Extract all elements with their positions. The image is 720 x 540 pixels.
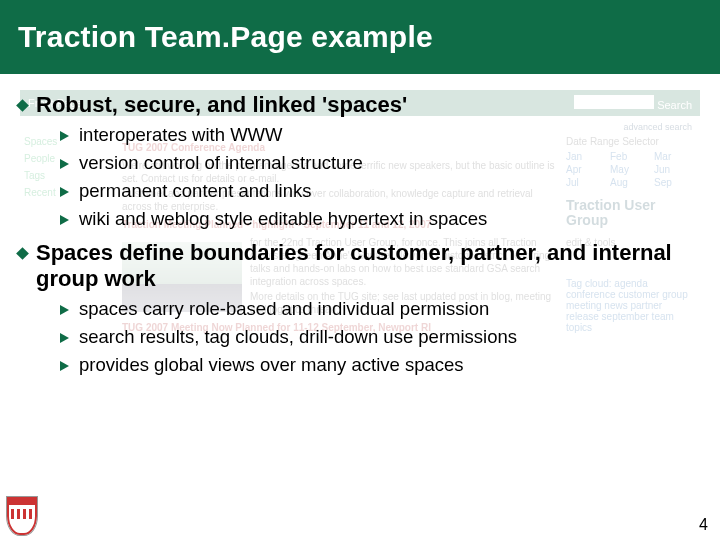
triangle-bullet-icon <box>60 215 69 225</box>
list-item: provides global views over many active s… <box>60 354 702 376</box>
triangle-bullet-icon <box>60 159 69 169</box>
list-item: spaces carry role-based and individual p… <box>60 298 702 320</box>
slide-title: Traction Team.Page example <box>0 0 720 74</box>
list-item: permanent content and links <box>60 180 702 202</box>
section-2-bullets: spaces carry role-based and individual p… <box>60 298 702 376</box>
page-number: 4 <box>699 516 708 534</box>
section-1-text: Robust, secure, and linked 'spaces' <box>36 92 407 118</box>
diamond-bullet-icon <box>16 247 29 260</box>
triangle-bullet-icon <box>60 187 69 197</box>
list-item: version control of internal structure <box>60 152 702 174</box>
diamond-bullet-icon <box>16 99 29 112</box>
list-item: interoperates with WWW <box>60 124 702 146</box>
section-heading-1: Robust, secure, and linked 'spaces' <box>18 92 702 118</box>
section-1-bullets: interoperates with WWW version control o… <box>60 124 702 230</box>
list-item: wiki and weblog style editable hypertext… <box>60 208 702 230</box>
slide-body: Robust, secure, and linked 'spaces' inte… <box>18 86 702 386</box>
slide-footer: 4 <box>0 500 720 540</box>
triangle-bullet-icon <box>60 361 69 371</box>
section-heading-2: Spaces define boundaries for customer, p… <box>18 240 702 292</box>
brown-crest-icon <box>6 496 38 536</box>
slide-title-text: Traction Team.Page example <box>18 20 433 54</box>
triangle-bullet-icon <box>60 333 69 343</box>
section-2-text: Spaces define boundaries for customer, p… <box>36 240 702 292</box>
triangle-bullet-icon <box>60 305 69 315</box>
triangle-bullet-icon <box>60 131 69 141</box>
list-item: search results, tag clouds, drill-down u… <box>60 326 702 348</box>
